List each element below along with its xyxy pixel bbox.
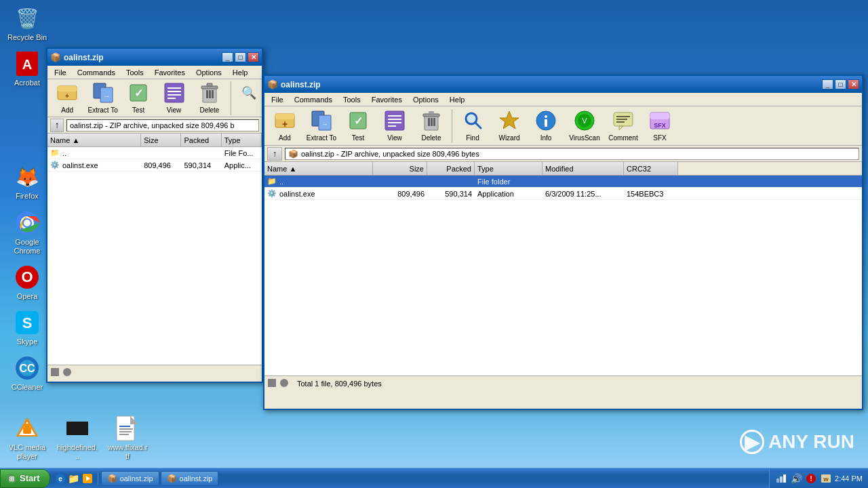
taskbar-item-winrar2[interactable]: 📦oalinst.zip	[161, 471, 219, 486]
window1-cell-packed-exe: 590,314	[181, 159, 221, 171]
window2-titlebar[interactable]: 📦 oalinst.zip _ □ ✕	[264, 76, 862, 93]
tray-network-icon[interactable]	[775, 472, 787, 485]
window2-row-exe[interactable]: ⚙️oalinst.exe 809,496 590,314 Applicatio…	[264, 188, 862, 200]
window1-col-name[interactable]: Name ▲	[47, 134, 141, 146]
window1-cell-type-exe: Applic...	[222, 159, 262, 171]
window1-delete-button[interactable]: Delete	[193, 79, 226, 118]
window2-test-button[interactable]: ✓ Test	[340, 106, 376, 146]
chrome-label: Google Chrome	[7, 238, 47, 256]
desktop-icon-chrome[interactable]: Google Chrome	[5, 208, 49, 257]
desktop-icon-firefox[interactable]: 🦊 Firefox	[5, 162, 49, 202]
desktop-icon-highdefined[interactable]: highdefined...	[56, 413, 99, 462]
svg-rect-31	[165, 83, 184, 102]
ql-media-icon[interactable]	[81, 472, 94, 485]
window2-menu-options[interactable]: Options	[409, 94, 443, 105]
desktop-icon-opera[interactable]: O Opera	[5, 262, 49, 302]
desktop-icon-skype[interactable]: S Skype	[5, 308, 49, 348]
svg-rect-21	[119, 431, 132, 432]
svg-point-64	[467, 115, 475, 123]
tray-security-icon[interactable]: !	[805, 472, 817, 485]
chrome-icon	[14, 209, 41, 237]
window1-restore[interactable]: □	[235, 52, 246, 62]
taskbar-item-winrar1[interactable]: 📦oalinst.zip	[101, 471, 159, 486]
window2-minimize[interactable]: _	[822, 79, 833, 89]
window2-cell-type-exe: Application	[475, 188, 542, 199]
window2-col-size[interactable]: Size	[373, 162, 427, 175]
window1-up-button[interactable]: ↑	[50, 119, 64, 132]
window1-extract-label: Extract To	[88, 106, 118, 114]
desktop-icon-vlc[interactable]: VLC media player	[5, 413, 49, 462]
window2-menu-commands[interactable]: Commands	[290, 94, 336, 105]
window1-menu-tools[interactable]: Tools	[122, 67, 148, 78]
window2-col-packed[interactable]: Packed	[427, 162, 475, 175]
window1-row-parent[interactable]: 📁.. File Fo...	[47, 147, 262, 159]
window2-menu-file[interactable]: File	[267, 94, 288, 105]
svg-rect-55	[388, 122, 401, 123]
window2-delete-button[interactable]: Delete	[414, 106, 449, 146]
window2-virusscan-label: VirusScan	[569, 134, 599, 142]
window2-menubar: File Commands Tools Favorites Options He…	[264, 93, 862, 106]
window2-comment-label: Comment	[608, 134, 637, 142]
svg-text:O: O	[21, 268, 33, 285]
window1-find-button[interactable]: 🔍	[239, 79, 259, 118]
window1-menu-options[interactable]: Options	[192, 67, 226, 78]
tray-winrar-icon[interactable]: W	[820, 472, 832, 485]
window2-close[interactable]: ✕	[848, 79, 859, 89]
window2-sfx-button[interactable]: SFX SFX	[642, 106, 677, 146]
window1-row-exe[interactable]: ⚙️oalinst.exe 809,496 590,314 Applic...	[47, 159, 262, 171]
window2-virusscan-button[interactable]: V VirusScan	[565, 106, 604, 146]
opera-label: Opera	[17, 292, 38, 301]
window2-info-button[interactable]: Info	[528, 106, 564, 146]
window1-minimize[interactable]: _	[222, 52, 233, 62]
window2-menu-favorites[interactable]: Favorites	[368, 94, 406, 105]
ql-ie-icon[interactable]: e	[54, 472, 66, 485]
skype-icon: S	[14, 309, 41, 336]
desktop-icon-wwwfixad[interactable]: www.ffixad.rtf	[106, 413, 149, 462]
window1-menu-favorites[interactable]: Favorites	[151, 67, 189, 78]
window2-cell-packed-exe: 590,314	[427, 188, 475, 199]
svg-text:e: e	[58, 475, 62, 483]
window1-close[interactable]: ✕	[248, 52, 259, 62]
window2-row-parent[interactable]: 📁.. File folder	[264, 176, 862, 188]
window1-test-button[interactable]: ✓ Test	[121, 79, 155, 118]
window2-view-button[interactable]: View	[377, 106, 412, 146]
window2-extract-button[interactable]: → Extract To	[304, 106, 339, 146]
window2-comment-button[interactable]: Comment	[606, 106, 641, 146]
ql-folder-icon[interactable]: 📁	[68, 472, 80, 485]
tray-volume-icon[interactable]: 🔊	[790, 472, 802, 485]
window2-add-button[interactable]: + Add	[267, 106, 302, 146]
window2-col-modified[interactable]: Modified	[542, 162, 624, 175]
desktop-icon-acrobat[interactable]: A Acrobat	[5, 49, 49, 89]
window1-extract-button[interactable]: → Extract To	[85, 79, 119, 118]
window1-col-type[interactable]: Type	[222, 134, 262, 146]
window1-add-button[interactable]: + Add	[50, 79, 84, 118]
window1-view-button[interactable]: View	[157, 79, 191, 118]
window2-menu-help[interactable]: Help	[446, 94, 469, 105]
window1-titlebar[interactable]: 📦 oalinst.zip _ □ ✕	[47, 49, 262, 66]
window2-menu-tools[interactable]: Tools	[339, 94, 365, 105]
window2-col-type[interactable]: Type	[475, 162, 542, 175]
window1-col-packed[interactable]: Packed	[181, 134, 221, 146]
window2-up-button[interactable]: ↑	[267, 147, 282, 161]
wwwfixad-icon	[114, 415, 141, 442]
svg-rect-37	[201, 86, 218, 89]
window1-menu-commands[interactable]: Commands	[73, 67, 119, 78]
desktop-icon-recycle-bin[interactable]: 🗑️ Recycle Bin	[5, 3, 49, 43]
window2-wizard-button[interactable]: Wizard	[492, 106, 527, 146]
svg-point-68	[545, 115, 547, 118]
svg-rect-60	[428, 118, 430, 126]
svg-rect-41	[212, 90, 214, 98]
svg-rect-69	[545, 119, 547, 127]
window2-restore[interactable]: □	[835, 79, 846, 89]
window1-add-label: Add	[61, 106, 73, 114]
window1-col-size[interactable]: Size	[141, 134, 181, 146]
window2-extract-label: Extract To	[307, 134, 336, 142]
window2-col-crc32[interactable]: CRC32	[624, 162, 678, 175]
window1-menu-file[interactable]: File	[50, 67, 71, 78]
winrar-window-2: 📦 oalinst.zip _ □ ✕ File Commands Tools …	[263, 75, 863, 410]
window2-col-name[interactable]: Name ▲	[264, 162, 373, 175]
window1-menu-help[interactable]: Help	[229, 67, 252, 78]
desktop-icon-ccleaner[interactable]: CC CCleaner	[5, 353, 49, 393]
window2-find-button[interactable]: Find	[455, 106, 490, 146]
start-button[interactable]: ⊞ Start	[0, 469, 50, 488]
